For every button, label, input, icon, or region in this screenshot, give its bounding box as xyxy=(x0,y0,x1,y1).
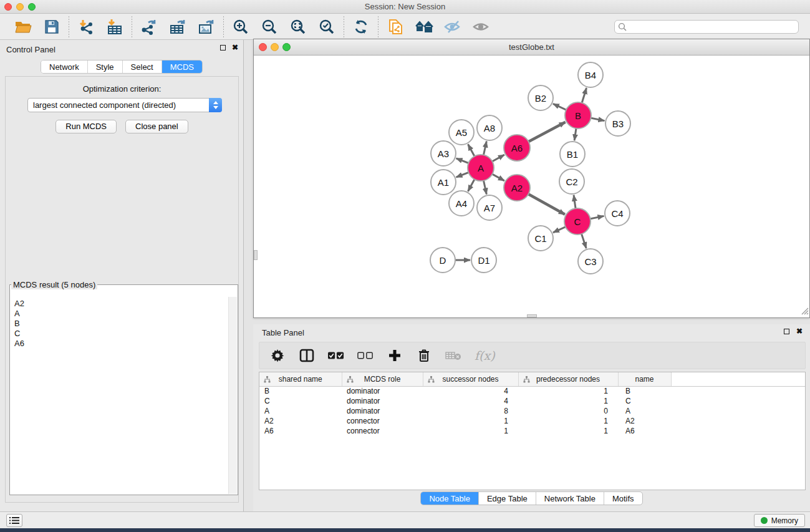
table-row[interactable]: Cdominator41C xyxy=(259,396,806,406)
status-bar: Memory xyxy=(0,511,810,528)
graph-node-D1[interactable]: D1 xyxy=(471,248,496,273)
network-window-titlebar[interactable]: testGlobe.txt xyxy=(254,39,809,56)
close-panel-button[interactable]: Close panel xyxy=(125,120,188,133)
graph-node-A4[interactable]: A4 xyxy=(449,191,474,216)
graph-node-B3[interactable]: B3 xyxy=(605,111,630,136)
svg-text:A3: A3 xyxy=(438,148,449,159)
table-row[interactable]: Adominator80A xyxy=(259,406,806,416)
table-row[interactable]: A6connector11A6 xyxy=(259,426,806,436)
result-item[interactable]: A2 xyxy=(14,299,224,309)
result-item[interactable]: A xyxy=(14,309,224,319)
run-mcds-button[interactable]: Run MCDS xyxy=(55,120,117,133)
column-type-icon xyxy=(264,376,271,385)
graph-node-C1[interactable]: C1 xyxy=(528,226,553,251)
optimization-criterion-dropdown[interactable]: largest connected component (directed) xyxy=(27,98,222,112)
select-all-icon[interactable] xyxy=(328,347,344,364)
hide-selected-icon[interactable] xyxy=(443,17,462,36)
delete-icon[interactable] xyxy=(416,347,432,364)
graph-node-B[interactable]: B xyxy=(565,102,591,128)
graph-node-C4[interactable]: C4 xyxy=(605,201,630,226)
result-item[interactable]: A6 xyxy=(14,339,224,349)
tab-node-table[interactable]: Node Table xyxy=(421,492,479,505)
tab-motifs[interactable]: Motifs xyxy=(604,492,642,505)
vertical-scroll-mark[interactable] xyxy=(254,250,258,260)
control-panel-tabs: Network Style Select MCDS xyxy=(41,60,203,74)
graph-node-B1[interactable]: B1 xyxy=(560,142,585,167)
graph-node-A5[interactable]: A5 xyxy=(449,120,474,145)
close-panel-icon[interactable]: ✖ xyxy=(232,44,238,51)
svg-text:C1: C1 xyxy=(534,233,546,244)
svg-text:C2: C2 xyxy=(566,177,577,187)
export-network-icon[interactable] xyxy=(140,17,158,36)
optimization-criterion-label: Optimization criterion: xyxy=(6,84,238,94)
save-session-icon[interactable] xyxy=(42,17,61,36)
graph-node-C2[interactable]: C2 xyxy=(559,169,584,194)
graph-node-A[interactable]: A xyxy=(468,155,494,181)
tab-select[interactable]: Select xyxy=(123,60,162,73)
result-item[interactable]: C xyxy=(14,329,224,339)
horizontal-scroll-mark[interactable] xyxy=(527,314,537,317)
graph-node-C3[interactable]: C3 xyxy=(578,249,603,274)
graph-node-C[interactable]: C xyxy=(564,208,591,235)
export-image-icon[interactable] xyxy=(197,17,216,36)
network-graph: B4B2BB3A5A8A6A3B1AA1C2A2A4A7CC1C4C3DD1 xyxy=(254,56,809,317)
zoom-fit-icon[interactable] xyxy=(289,17,307,36)
import-table-icon[interactable] xyxy=(105,17,124,36)
table-panel-title: Table Panel xyxy=(262,328,304,337)
graph-node-A2[interactable]: A2 xyxy=(504,175,530,201)
mcds-result-list: A2ABCA6 xyxy=(11,297,228,494)
show-all-icon[interactable] xyxy=(472,17,491,36)
resize-grip-icon[interactable] xyxy=(801,307,809,317)
svg-text:A1: A1 xyxy=(438,177,449,188)
tab-style[interactable]: Style xyxy=(88,60,123,73)
graph-node-B2[interactable]: B2 xyxy=(528,85,553,110)
export-table-icon[interactable] xyxy=(168,17,187,36)
svg-text:B2: B2 xyxy=(535,93,546,104)
result-scrollbar[interactable] xyxy=(228,297,237,494)
graph-node-A7[interactable]: A7 xyxy=(477,195,502,220)
column-header-shared-name[interactable]: shared name xyxy=(259,372,342,386)
graph-node-A1[interactable]: A1 xyxy=(431,170,456,195)
first-neighbors-icon[interactable] xyxy=(415,17,433,36)
column-header-mcds-role[interactable]: MCDS role xyxy=(342,372,423,386)
settings-gear-icon[interactable] xyxy=(269,347,286,364)
import-network-icon[interactable] xyxy=(77,17,95,36)
graph-node-B4[interactable]: B4 xyxy=(578,62,603,87)
graph-node-A6[interactable]: A6 xyxy=(504,135,530,161)
new-network-from-selection-icon[interactable] xyxy=(386,17,405,36)
add-column-icon[interactable] xyxy=(387,347,403,364)
column-header-successor-nodes[interactable]: successor nodes xyxy=(423,372,518,386)
graph-node-A8[interactable]: A8 xyxy=(477,115,502,140)
result-item[interactable]: B xyxy=(14,319,224,329)
refresh-view-icon[interactable] xyxy=(352,17,370,36)
network-canvas[interactable]: B4B2BB3A5A8A6A3B1AA1C2A2A4A7CC1C4C3DD1 xyxy=(254,56,809,317)
table-tabs: Node Table Edge Table Network Table Moti… xyxy=(253,491,810,505)
close-table-panel-icon[interactable]: ✖ xyxy=(796,328,803,335)
tab-edge-table[interactable]: Edge Table xyxy=(479,492,536,505)
tab-network[interactable]: Network xyxy=(41,60,88,73)
zoom-in-icon[interactable] xyxy=(231,17,250,36)
function-builder-icon[interactable]: f(x) xyxy=(475,349,495,362)
search-input[interactable] xyxy=(614,20,799,34)
graph-node-D[interactable]: D xyxy=(430,248,455,273)
zoom-selected-icon[interactable] xyxy=(317,17,336,36)
zoom-out-icon[interactable] xyxy=(260,17,279,36)
column-header-name[interactable]: name xyxy=(618,372,671,386)
svg-text:A: A xyxy=(478,163,484,173)
delete-table-icon[interactable] xyxy=(445,347,461,364)
column-header-predecessor-nodes[interactable]: predecessor nodes xyxy=(518,372,618,386)
deselect-all-icon[interactable] xyxy=(357,347,374,364)
graph-node-A3[interactable]: A3 xyxy=(431,141,456,166)
tab-mcds[interactable]: MCDS xyxy=(162,60,202,73)
float-table-panel-icon[interactable] xyxy=(784,329,789,334)
table-row[interactable]: A2connector11A2 xyxy=(259,416,806,426)
table-row[interactable]: Bdominator41B xyxy=(259,386,806,396)
svg-text:A7: A7 xyxy=(484,203,495,213)
memory-button[interactable]: Memory xyxy=(754,514,805,527)
open-session-icon[interactable] xyxy=(14,17,32,36)
task-history-button[interactable] xyxy=(6,514,22,527)
tab-network-table[interactable]: Network Table xyxy=(536,492,604,505)
float-panel-icon[interactable] xyxy=(220,45,226,51)
svg-text:C3: C3 xyxy=(584,256,596,267)
split-view-icon[interactable] xyxy=(299,347,315,364)
